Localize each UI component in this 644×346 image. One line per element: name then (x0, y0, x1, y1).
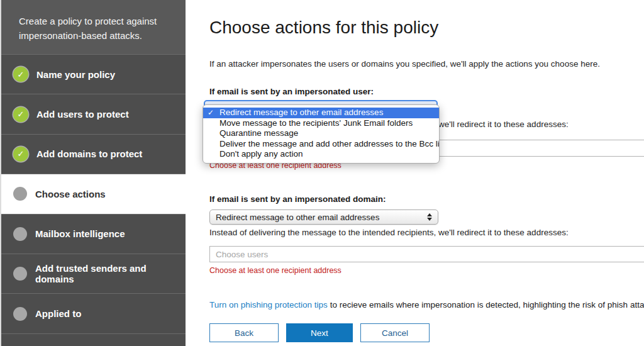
dropdown-option-label: Move message to the recipients' Junk Ema… (219, 118, 413, 128)
sidebar-step-add-domains-to-protect[interactable]: ✓ Add domains to protect (1, 134, 186, 174)
sidebar-step-add-users-to-protect[interactable]: ✓ Add users to protect (1, 94, 186, 133)
page-title: Choose actions for this policy (209, 18, 438, 38)
domain-recipient-error: Choose at least one recipient address (209, 266, 341, 275)
dropdown-option-label: Redirect message to other email addresse… (219, 108, 383, 117)
sidebar-step-name-your-policy[interactable]: ✓ Name your policy (1, 54, 186, 94)
dropdown-option-label: Don't apply any action (219, 149, 303, 159)
dropdown-option-redirect[interactable]: ✓ Redirect message to other email addres… (203, 108, 439, 118)
dropdown-option-junk-folder[interactable]: Move message to the recipients' Junk Ema… (203, 118, 439, 129)
step-label: Choose actions (35, 189, 106, 199)
domain-action-select[interactable]: Redirect message to other email addresse… (209, 209, 438, 225)
impersonated-domain-section-label: If email is sent by an impersonated doma… (209, 194, 386, 204)
dropdown-option-bcc[interactable]: Deliver the message and add other addres… (203, 139, 439, 150)
next-button[interactable]: Next (286, 323, 353, 342)
step-complete-check-icon: ✓ (13, 67, 28, 82)
step-pending-circle-icon (13, 227, 27, 241)
domain-redirect-addresses-input[interactable] (209, 246, 644, 262)
cancel-button[interactable]: Cancel (360, 323, 430, 342)
sidebar-step-add-trusted-senders-and-domains[interactable]: Add trusted senders and domains (1, 254, 186, 293)
step-label: Add domains to protect (36, 148, 142, 159)
phishing-tips-text: to recieve emails where impersonation is… (328, 300, 644, 310)
sidebar-filler (1, 333, 186, 346)
wizard-button-row: Back Next Cancel (209, 323, 430, 342)
step-label: Add users to protect (36, 109, 129, 120)
step-complete-check-icon: ✓ (13, 107, 28, 122)
domain-redirect-note: Instead of delivering the message to the… (209, 228, 569, 237)
user-action-dropdown-menu: ✓ Redirect message to other email addres… (203, 104, 440, 164)
step-pending-circle-icon (13, 307, 27, 321)
step-label: Mailbox intelligence (35, 228, 125, 239)
sidebar-step-mailbox-intelligence[interactable]: Mailbox intelligence (1, 214, 186, 254)
phishing-tips-line: Turn on phishing protection tips to reci… (209, 300, 644, 310)
dropdown-option-label: Deliver the message and add other addres… (219, 139, 439, 148)
step-label: Add trusted senders and domains (35, 263, 186, 284)
step-pending-circle-icon (13, 267, 27, 281)
step-pending-circle-icon (13, 187, 27, 201)
step-label: Name your policy (36, 69, 115, 80)
impersonated-user-section-label: If email is sent by an impersonated user… (209, 87, 374, 96)
dropdown-option-no-action[interactable]: Don't apply any action (203, 149, 439, 160)
sidebar-step-choose-actions[interactable]: Choose actions (1, 174, 186, 213)
dropdown-option-quarantine[interactable]: Quarantine message (203, 128, 439, 139)
step-label: Applied to (35, 308, 81, 319)
sidebar-step-applied-to[interactable]: Applied to (1, 293, 186, 333)
page-intro-text: If an attacker impersonates the users or… (209, 59, 600, 69)
selected-check-icon: ✓ (208, 108, 214, 118)
wizard-window: Create a policy to protect against imper… (0, 0, 644, 346)
domain-action-selected-value: Redirect message to other email addresse… (216, 213, 424, 222)
dropdown-option-label: Quarantine message (219, 128, 298, 138)
sidebar-intro-text: Create a policy to protect against imper… (1, 0, 186, 54)
wizard-sidebar: Create a policy to protect against imper… (0, 0, 186, 346)
phishing-tips-link[interactable]: Turn on phishing protection tips (209, 300, 328, 310)
back-button[interactable]: Back (209, 323, 279, 342)
select-stepper-icon (424, 213, 438, 221)
step-complete-check-icon: ✓ (13, 147, 28, 162)
